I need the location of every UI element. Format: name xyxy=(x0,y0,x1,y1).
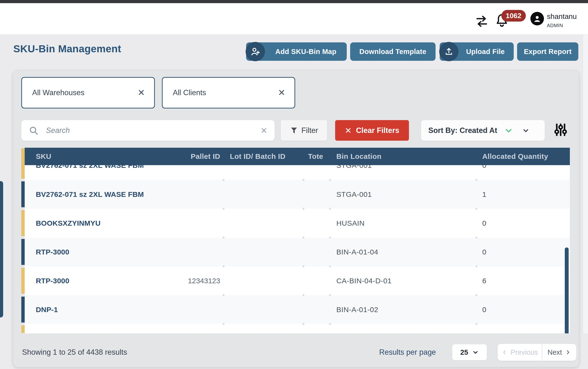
cell-bin: STGA-001 xyxy=(329,180,476,209)
left-edge-scrollbar[interactable] xyxy=(0,181,3,318)
filter-label: Filter xyxy=(301,126,318,135)
cell-pallet xyxy=(169,295,223,324)
user-name: shantanu xyxy=(547,12,577,20)
person-icon xyxy=(532,14,542,23)
column-options-icon[interactable] xyxy=(553,122,568,138)
cell-pallet xyxy=(169,209,223,237)
user-info[interactable]: shantanu ADMIN xyxy=(547,12,577,28)
cell-qty: 0 xyxy=(476,295,570,324)
cell-tote xyxy=(302,209,329,237)
cell-qty: 6 xyxy=(476,266,570,295)
search-box: ✕ xyxy=(21,120,275,141)
cell-pallet xyxy=(169,324,223,333)
search-clear-icon[interactable]: ✕ xyxy=(261,126,268,135)
warehouse-filter-label: All Warehouses xyxy=(32,88,84,97)
sku-bin-table: SKU Pallet ID Lot ID/ Batch ID Tote Bin … xyxy=(21,148,570,333)
cell-tote xyxy=(302,165,329,180)
clear-filters-button[interactable]: ✕ Clear Filters xyxy=(335,120,409,141)
sku-bin-card: All Warehouses ✕ All Clients ✕ ✕ Filter … xyxy=(13,71,579,367)
cell-pallet xyxy=(169,165,223,180)
clear-filters-label: Clear Filters xyxy=(356,126,399,135)
column-header-pallet[interactable]: Pallet ID xyxy=(169,148,223,165)
previous-label: Previous xyxy=(511,348,538,356)
cell-tote xyxy=(302,266,329,295)
cell-qty: 0 xyxy=(476,165,570,180)
page-size-select[interactable]: 25 xyxy=(452,344,487,360)
notification-count-badge: 1062 xyxy=(501,10,526,21)
cell-bin: BIN-A-01-02 xyxy=(329,295,476,324)
next-label: Next xyxy=(548,348,562,356)
pagination: Previous Next xyxy=(498,344,576,361)
app-header: 1062 shantanu ADMIN xyxy=(0,3,588,35)
table-row[interactable]: RTP-3000 12343123 CA-BIN-04-D-01 6 xyxy=(25,266,570,295)
row-accent xyxy=(21,297,25,323)
row-accent xyxy=(21,148,25,179)
table-body: BV2762-071 sz 2XL WASE FBM STGA-001 0 BV… xyxy=(25,165,570,333)
warehouse-filter-chip[interactable]: All Warehouses ✕ xyxy=(21,77,155,108)
client-clear-icon[interactable]: ✕ xyxy=(278,88,285,97)
table-row[interactable]: RTP-3000 BIN-A-01-04 0 xyxy=(25,237,570,266)
upload-icon xyxy=(439,42,458,61)
cell-bin: BIN-A-01-04 xyxy=(329,237,476,266)
column-header-tote[interactable]: Tote xyxy=(302,148,329,165)
cell-sku xyxy=(25,324,169,333)
cell-lot xyxy=(223,165,302,180)
table-row[interactable] xyxy=(25,324,570,333)
sort-by-dropdown[interactable]: Sort By: Created At xyxy=(421,120,545,141)
cell-qty xyxy=(476,324,570,333)
cell-bin: CA-BIN-04-D-01 xyxy=(329,266,476,295)
column-header-qty[interactable]: Allocated Quantity xyxy=(476,148,570,165)
table-header: SKU Pallet ID Lot ID/ Batch ID Tote Bin … xyxy=(25,148,570,165)
cell-lot xyxy=(223,295,302,324)
page-size-value: 25 xyxy=(460,348,468,356)
download-template-button[interactable]: Download Template xyxy=(350,42,436,61)
warehouse-clear-icon[interactable]: ✕ xyxy=(138,88,145,97)
transfer-arrows-icon[interactable] xyxy=(475,14,489,28)
cell-tote xyxy=(302,180,329,209)
cell-bin xyxy=(329,324,476,333)
sort-by-label: Sort By: Created At xyxy=(428,126,497,135)
table-scrollbar[interactable] xyxy=(565,247,569,333)
chevron-down-icon xyxy=(522,127,530,134)
column-header-bin[interactable]: Bin Location xyxy=(329,148,476,165)
cell-tote xyxy=(302,324,329,333)
funnel-icon xyxy=(290,126,298,135)
page-scrollbar-gutter[interactable] xyxy=(583,35,588,333)
person-plus-icon xyxy=(246,42,265,61)
user-avatar[interactable] xyxy=(530,12,544,25)
next-page-button[interactable]: Next xyxy=(542,344,576,361)
previous-page-button[interactable]: Previous xyxy=(498,344,542,361)
client-filter-chip[interactable]: All Clients ✕ xyxy=(162,77,295,108)
filter-button[interactable]: Filter xyxy=(281,120,327,141)
table-row[interactable]: DNP-1 BIN-A-01-02 0 xyxy=(25,295,570,324)
cell-sku: BV2762-071 sz 2XL WASE FBM xyxy=(25,165,169,180)
results-per-page-label: Results per page xyxy=(379,348,436,357)
cell-sku: RTP-3000 xyxy=(25,237,169,266)
row-accent xyxy=(21,210,25,236)
cell-lot xyxy=(223,266,302,295)
add-sku-bin-map-label: Add SKU-Bin Map xyxy=(275,48,337,56)
user-role: ADMIN xyxy=(547,23,577,28)
cell-sku: BV2762-071 sz 2XL WASE FBM xyxy=(25,180,169,209)
sort-direction-icon[interactable] xyxy=(504,126,513,135)
cell-lot xyxy=(223,237,302,266)
export-report-button[interactable]: Export Report xyxy=(517,42,578,61)
cell-sku: RTP-3000 xyxy=(25,266,169,295)
cell-lot xyxy=(223,324,302,333)
table-row[interactable]: BV2762-071 sz 2XL WASE FBM STGA-001 1 xyxy=(25,180,570,209)
column-header-sku[interactable]: SKU xyxy=(25,148,169,165)
table-row[interactable]: BV2762-071 sz 2XL WASE FBM STGA-001 0 xyxy=(25,165,570,180)
search-input[interactable] xyxy=(46,126,261,135)
row-accent xyxy=(21,325,25,333)
cell-tote xyxy=(302,295,329,324)
clear-filters-x-icon: ✕ xyxy=(345,126,352,135)
cell-qty: 0 xyxy=(476,237,570,266)
table-row[interactable]: BOOKSXZYINMYU HUSAIN 0 xyxy=(25,209,570,237)
cell-pallet xyxy=(169,180,223,209)
results-summary: Showing 1 to 25 of 4438 results xyxy=(22,348,127,357)
column-header-lot[interactable]: Lot ID/ Batch ID xyxy=(223,148,302,165)
add-sku-bin-map-button[interactable]: Add SKU-Bin Map xyxy=(246,42,347,61)
cell-lot xyxy=(223,180,302,209)
upload-file-button[interactable]: Upload File xyxy=(440,42,514,61)
cell-sku: DNP-1 xyxy=(25,295,169,324)
